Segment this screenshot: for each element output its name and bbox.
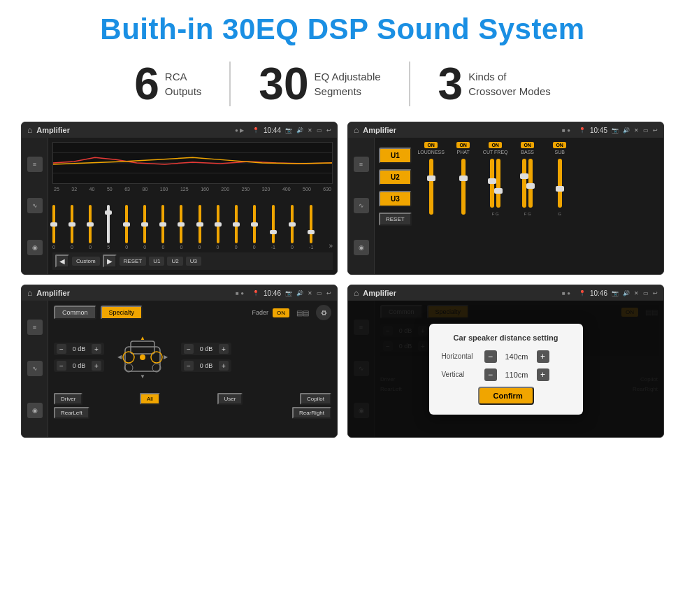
sub-on-badge[interactable]: ON <box>553 142 566 148</box>
crossover-u3-button[interactable]: U3 <box>379 191 412 207</box>
dialog-horizontal-plus[interactable]: + <box>537 350 549 363</box>
eq-next-button[interactable]: ▶ <box>103 255 117 268</box>
fader-db-plus-1[interactable]: + <box>92 344 101 354</box>
crossover-u1-button[interactable]: U1 <box>379 148 412 164</box>
svg-rect-5 <box>131 341 154 354</box>
crossover-main: U1 U2 U3 RESET ON LOUDNESS <box>375 138 663 274</box>
crossover-sidebar-eq-icon[interactable]: ≡ <box>354 157 369 172</box>
fader-db-minus-3[interactable]: − <box>184 344 194 354</box>
bass-label: BASS <box>521 150 534 155</box>
dialog-vertical-value: 110cm <box>501 371 533 379</box>
bass-on-badge[interactable]: ON <box>521 142 534 148</box>
phat-on-badge[interactable]: ON <box>456 142 470 148</box>
fader-db-minus-1[interactable]: − <box>57 344 66 354</box>
eq-freq-labels: 25 32 40 50 63 80 100 125 160 200 250 32… <box>52 187 333 192</box>
fader-layout: − 0 dB + − 0 dB + <box>54 326 331 389</box>
eq-sidebar-eq-icon[interactable]: ≡ <box>27 157 43 172</box>
distance-dialog: Car speaker distance setting Horizontal … <box>429 324 583 415</box>
fader-driver-button[interactable]: Driver <box>54 393 82 405</box>
fader-db-plus-4[interactable]: + <box>219 361 229 371</box>
eq-preset-button[interactable]: Custom <box>72 257 100 266</box>
eq-sidebar-speaker-icon[interactable]: ◉ <box>27 240 43 255</box>
eq-slider-14: 0 <box>291 205 294 250</box>
fader-main: Common Specialty Fader ON ▤▤ ⚙ − <box>48 301 337 437</box>
car-svg: ▲ ▼ ◀ ▶ <box>111 326 174 389</box>
bass-slider-g[interactable] <box>528 159 533 208</box>
eq-main: 25 32 40 50 63 80 100 125 160 200 250 32… <box>48 138 337 274</box>
eq-home-icon[interactable]: ⌂ <box>27 125 32 135</box>
eq-u3-button[interactable]: U3 <box>186 257 201 266</box>
svg-point-9 <box>152 364 161 372</box>
eq-slider-4: 5 <box>107 205 110 250</box>
eq-slider-8: 0 <box>180 205 182 250</box>
crossover-u2-button[interactable]: U2 <box>379 169 412 185</box>
dialog-horizontal-minus[interactable]: − <box>484 350 497 363</box>
crossover-screen: ⌂ Amplifier ■ ● 📍 10:45 📷 🔊 ✕ ▭ ↩ ≡ ∿ ◉ <box>347 122 664 275</box>
eq-sidebar: ≡ ∿ ◉ <box>22 138 48 274</box>
fader-settings-icon[interactable]: ⚙ <box>316 305 331 320</box>
crossover-home-icon[interactable]: ⌂ <box>354 125 359 135</box>
fader-db-value-2: 0 dB <box>69 362 89 369</box>
dialog-vertical-plus[interactable]: + <box>537 368 549 381</box>
sub-slider[interactable] <box>558 159 562 208</box>
eq-sidebar-wave-icon[interactable]: ∿ <box>27 198 43 213</box>
cutfreq-on-badge[interactable]: ON <box>489 142 502 148</box>
features-row: 6 RCA Outputs 30 EQ Adjustable Segments … <box>21 62 664 106</box>
svg-text:◀: ◀ <box>117 354 122 360</box>
eq-screen: ⌂ Amplifier ● ▶ 📍 10:44 📷 🔊 ✕ ▭ ↩ ≡ ∿ ◉ <box>21 122 338 275</box>
distance-home-icon[interactable]: ⌂ <box>354 288 359 298</box>
bass-control: ON BASS F G <box>514 142 542 270</box>
eq-graph <box>52 142 333 184</box>
eq-slider-9: 0 <box>199 205 201 250</box>
fader-status-time: 10:46 <box>264 289 281 297</box>
fader-sidebar-eq-icon[interactable]: ≡ <box>27 320 43 335</box>
fader-tab-specialty[interactable]: Specialty <box>101 306 143 320</box>
fader-tab-common[interactable]: Common <box>54 306 96 320</box>
car-diagram: ▲ ▼ ◀ ▶ <box>111 326 174 389</box>
cutfreq-label: CUT FREQ <box>483 150 508 155</box>
eq-app-name: Amplifier <box>36 126 231 134</box>
fader-db-plus-3[interactable]: + <box>219 344 229 354</box>
fader-sidebar-wave-icon[interactable]: ∿ <box>27 361 43 376</box>
fader-all-button[interactable]: All <box>140 393 160 405</box>
eq-u2-button[interactable]: U2 <box>167 257 182 266</box>
eq-slider-5: 0 <box>125 205 128 250</box>
crossover-sidebar-wave-icon[interactable]: ∿ <box>354 198 369 213</box>
cutfreq-slider-f[interactable] <box>490 159 494 208</box>
crossover-reset-button[interactable]: RESET <box>379 213 412 226</box>
eq-reset-button[interactable]: RESET <box>120 257 147 266</box>
dialog-vertical-minus[interactable]: − <box>484 368 497 381</box>
fader-db-plus-2[interactable]: + <box>92 361 101 371</box>
fader-copilot-button[interactable]: Copilot <box>300 393 331 405</box>
fader-user-button[interactable]: User <box>217 393 243 405</box>
loudness-on-badge[interactable]: ON <box>424 142 438 148</box>
fader-left-controls: − 0 dB + − 0 dB + <box>54 343 104 372</box>
fader-db-minus-2[interactable]: − <box>57 361 66 371</box>
distance-screen: ⌂ Amplifier ■ ● 📍 10:46 📷 🔊 ✕ ▭ ↩ ≡ ∿ ◉ <box>347 285 664 438</box>
fader-home-icon[interactable]: ⌂ <box>27 288 32 298</box>
loudness-slider[interactable] <box>429 159 433 215</box>
dialog-horizontal-value: 140cm <box>501 352 533 361</box>
eq-u1-button[interactable]: U1 <box>149 257 164 266</box>
cutfreq-slider-g[interactable] <box>496 159 500 208</box>
dialog-confirm-button[interactable]: Confirm <box>478 387 534 405</box>
dialog-vertical-row: Vertical − 110cm + <box>442 368 570 381</box>
eq-sliders-row: 0 0 0 <box>52 194 333 250</box>
u-buttons: U1 U2 U3 RESET <box>379 148 412 270</box>
fader-rearright-button[interactable]: RearRight <box>292 407 331 419</box>
fader-sidebar-speaker-icon[interactable]: ◉ <box>27 403 43 418</box>
eq-slider-2: 0 <box>71 205 73 250</box>
eq-prev-button[interactable]: ◀ <box>55 255 69 268</box>
bass-slider-f[interactable] <box>522 159 526 208</box>
phat-slider[interactable] <box>461 159 466 215</box>
fader-db-control-1: − 0 dB + <box>54 343 104 355</box>
fader-status-bar: ⌂ Amplifier ■ ● 📍 10:46 📷 🔊 ✕ ▭ ↩ <box>22 285 337 301</box>
svg-point-8 <box>124 364 133 372</box>
crossover-sidebar-speaker-icon[interactable]: ◉ <box>354 240 369 255</box>
fader-rearleft-button[interactable]: RearLeft <box>54 407 89 419</box>
eq-screen-content: ≡ ∿ ◉ <box>22 138 337 274</box>
fader-db-value-1: 0 dB <box>69 345 89 352</box>
crossover-sidebar: ≡ ∿ ◉ <box>348 138 375 274</box>
eq-slider-3: 0 <box>89 205 92 250</box>
fader-db-minus-4[interactable]: − <box>184 361 194 371</box>
